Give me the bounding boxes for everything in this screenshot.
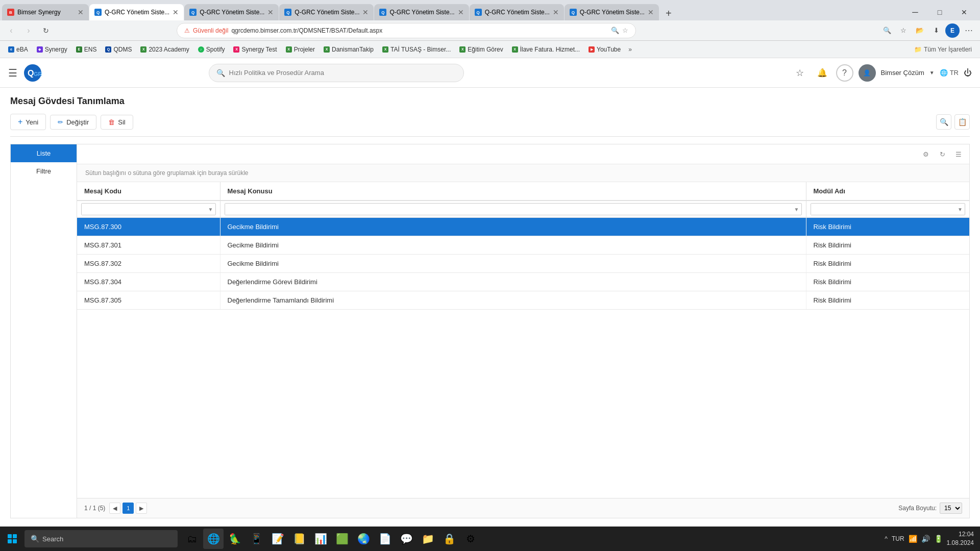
tab-close-icon[interactable]: ✕ — [362, 8, 369, 16]
user-avatar[interactable]: 👤 — [859, 64, 876, 82]
user-name[interactable]: Bimser Çözüm — [881, 69, 924, 77]
forward-button[interactable]: › — [21, 23, 36, 38]
taskbar-app4-icon[interactable]: 📒 — [289, 529, 309, 549]
bookmark-more[interactable]: » — [625, 44, 635, 55]
favorites-icon[interactable]: ☆ — [896, 23, 911, 38]
bookmark-youtube[interactable]: ▶ YouTube — [584, 44, 625, 55]
bookmark-synergy-test[interactable]: X Synergy Test — [229, 44, 281, 55]
bookmark-ens[interactable]: E ENS — [72, 44, 101, 55]
new-button[interactable]: + Yeni — [10, 114, 46, 130]
refresh-icon[interactable]: ↻ — [936, 147, 949, 161]
tab-close-icon[interactable]: ✕ — [553, 8, 559, 16]
minimize-button[interactable]: ─ — [903, 4, 927, 20]
taskbar-app5-icon[interactable]: 📊 — [310, 529, 331, 549]
taskbar-app7-icon[interactable]: 🌏 — [353, 529, 374, 549]
taskbar-search[interactable]: 🔍 Search — [24, 530, 178, 547]
delete-button[interactable]: 🗑 Sil — [101, 115, 133, 130]
columns-icon[interactable]: ☰ — [952, 147, 965, 161]
tray-chevron[interactable]: ^ — [885, 535, 888, 542]
wifi-icon[interactable]: 📶 — [909, 535, 917, 543]
tab-close-icon[interactable]: ✕ — [173, 8, 179, 16]
filter-modul-icon[interactable]: ▼ — [955, 205, 965, 214]
bookmark-egitim[interactable]: X Eğitim Görev — [455, 44, 507, 55]
bookmark-academy[interactable]: X 2023 Academy — [136, 44, 193, 55]
table-row[interactable]: MSG.87.304Değerlendirme Görevi Bildirimi… — [77, 273, 969, 291]
bookmark-spotify[interactable]: ♪ Spotify — [194, 44, 229, 55]
page-size-select[interactable]: 15 25 50 — [940, 503, 962, 514]
tab-qgrc-active[interactable]: Q Q-GRC Yönetim Siste... ✕ — [89, 4, 184, 20]
header-search-bar[interactable]: 🔍 — [209, 64, 464, 82]
tab-close-icon[interactable]: ✕ — [267, 8, 274, 16]
tab-qgrc-3[interactable]: Q Q-GRC Yönetim Siste... ✕ — [279, 4, 374, 20]
filter-kod-input[interactable] — [82, 204, 206, 215]
tab-close-icon[interactable]: ✕ — [78, 8, 84, 16]
profile-icon[interactable]: E — [945, 23, 960, 38]
bookmark-qdms[interactable]: Q QDMS — [101, 44, 136, 55]
taskbar-app12-icon[interactable]: ⚙ — [460, 529, 481, 549]
language-selector[interactable]: 🌐 TR — [940, 69, 959, 77]
taskbar-app6-icon[interactable]: 🟩 — [332, 529, 352, 549]
maximize-button[interactable]: □ — [928, 4, 951, 20]
hamburger-menu[interactable]: ☰ — [8, 67, 17, 79]
table-row[interactable]: MSG.87.305Değerlendirme Tamamlandı Bildi… — [77, 291, 969, 310]
new-tab-button[interactable]: + — [662, 6, 676, 20]
bookmark-tai[interactable]: X TAİ TUSAŞ - Bimser... — [378, 44, 455, 55]
taskbar-app2-icon[interactable]: 📱 — [246, 529, 266, 549]
prev-page-button[interactable]: ◀ — [109, 503, 120, 514]
address-input-area[interactable]: ⚠ Güvenli değil qgrcdemo.bimser.com.tr/Q… — [177, 23, 636, 38]
start-button[interactable] — [0, 527, 24, 551]
menu-icon[interactable]: ⋯ — [962, 23, 976, 38]
bookmark-eba[interactable]: e eBA — [4, 44, 32, 55]
table-row[interactable]: MSG.87.301Gecikme BildirimiRisk Bildirim… — [77, 236, 969, 255]
reload-button[interactable]: ↻ — [39, 23, 53, 38]
filter-modul-input[interactable] — [811, 204, 956, 215]
volume-icon[interactable]: 🔊 — [921, 535, 930, 543]
dropdown-icon[interactable]: ▼ — [929, 70, 935, 76]
tab-qgrc-4[interactable]: Q Q-GRC Yönetim Siste... ✕ — [374, 4, 469, 20]
notification-icon[interactable]: 🔔 — [814, 64, 831, 82]
page-1-button[interactable]: 1 — [122, 503, 134, 514]
taskbar-app9-icon[interactable]: 💬 — [396, 529, 416, 549]
collections-icon[interactable]: 📂 — [913, 23, 927, 38]
back-button[interactable]: ‹ — [4, 23, 18, 38]
language-tray[interactable]: TUR — [892, 535, 904, 542]
tab-qgrc-6[interactable]: Q Q-GRC Yönetim Siste... ✕ — [565, 4, 659, 20]
sidebar-item-filtre[interactable]: Filtre — [11, 162, 77, 180]
bookmark-synergy[interactable]: ◆ Synergy — [33, 44, 71, 55]
header-search-input[interactable] — [229, 69, 456, 77]
export-icon[interactable]: 📋 — [954, 114, 970, 130]
tab-close-icon[interactable]: ✕ — [648, 8, 654, 16]
tab-qgrc-5[interactable]: Q Q-GRC Yönetim Siste... ✕ — [470, 4, 564, 20]
edit-button[interactable]: ✏ Değiştir — [50, 115, 96, 130]
filter-konu-icon[interactable]: ▼ — [792, 205, 801, 214]
download-icon[interactable]: ⬇ — [929, 23, 943, 38]
settings-icon[interactable]: ⚙ — [919, 147, 933, 161]
search-toolbar-icon[interactable]: 🔍 — [936, 114, 951, 130]
taskbar-app8-icon[interactable]: 📄 — [375, 529, 395, 549]
taskbar-app11-icon[interactable]: 🔒 — [439, 529, 459, 549]
taskbar-files-icon[interactable]: 🗂 — [182, 529, 202, 549]
sidebar-item-liste[interactable]: Liste — [11, 144, 77, 162]
taskbar-app1-icon[interactable]: 🦜 — [225, 529, 245, 549]
battery-icon[interactable]: 🔋 — [934, 535, 943, 543]
bookmark-icon[interactable]: ☆ — [622, 27, 628, 34]
filter-kod-icon[interactable]: ▼ — [206, 205, 215, 214]
star-icon[interactable]: ☆ — [791, 64, 808, 82]
clock-display[interactable]: 12:04 1.08.2024 — [947, 530, 974, 547]
close-button[interactable]: ✕ — [952, 4, 976, 20]
bookmark-projeler[interactable]: X Projeler — [282, 44, 319, 55]
table-row[interactable]: MSG.87.300Gecikme BildirimiRisk Bildirim… — [77, 218, 969, 236]
taskbar-browser-icon[interactable]: 🌐 — [203, 529, 224, 549]
tab-close-icon[interactable]: ✕ — [458, 8, 464, 16]
power-button[interactable]: ⏻ — [964, 68, 972, 78]
all-bookmarks[interactable]: 📁 Tüm Yer İşaretleri — [910, 44, 976, 55]
tab-bimser[interactable]: B Bimser Synergy ✕ — [2, 4, 89, 20]
zoom-icon[interactable]: 🔍 — [880, 23, 894, 38]
help-icon[interactable]: ? — [836, 64, 853, 82]
bookmark-danisman[interactable]: X DanismanTakip — [320, 44, 378, 55]
filter-konu-input[interactable] — [225, 204, 792, 215]
taskbar-app10-icon[interactable]: 📁 — [418, 529, 438, 549]
next-page-button[interactable]: ▶ — [136, 503, 147, 514]
tab-qgrc-2[interactable]: Q Q-GRC Yönetim Siste... ✕ — [184, 4, 279, 20]
bookmark-ilave[interactable]: X İlave Fatura. Hizmet... — [508, 44, 584, 55]
